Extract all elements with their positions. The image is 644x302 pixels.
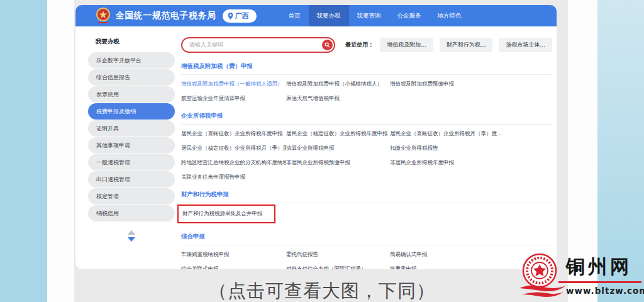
search-box: [181, 37, 335, 53]
watermark: 铜州网 www.bltzw.com: [518, 252, 643, 301]
section-title-comprehensive: 综合申报: [181, 233, 552, 245]
main-nav: 首页 我要办税 我要查询 公众服务 地方特色: [280, 5, 470, 26]
search-row: 最近使用： 增值税及附加... 财产和行为税... 涉税市场主体...: [181, 36, 552, 53]
link-air-transport-annual[interactable]: 航空运输企业年度清算申报: [181, 95, 286, 103]
sidebar-scroll-arrows: [88, 230, 175, 242]
nav-local-features[interactable]: 地方特色: [430, 5, 470, 26]
recent-button-vat[interactable]: 增值税及附加...: [380, 38, 433, 52]
highlight-red-box: 财产和行为税税源采集及合并申报: [177, 204, 275, 223]
sidebar-item-tax-credit[interactable]: 纳税信用: [88, 205, 175, 221]
sidebar-item-tax-declaration[interactable]: 税费申报及缴纳: [88, 103, 175, 120]
search-button[interactable]: [322, 40, 333, 50]
sidebar-title: 我要办税: [96, 38, 175, 46]
link-vehicle-purchase-tax[interactable]: 车辆购置税纳税申报: [181, 251, 286, 259]
search-icon: [325, 42, 330, 48]
section-links-comprehensive: 车辆购置税纳税申报 委托代征报告 简易确认式申报 综合关联式申报 对外支付综合办…: [181, 251, 552, 269]
link-liquidation-cit[interactable]: 清算企业所得税申报: [286, 145, 390, 152]
section-links-corporate-income-tax: 居民企业（查账征收）企业所得税年度申报 居民企业（核定征收）企业所得税年度申报 …: [181, 130, 552, 181]
sidebar-item-info-report[interactable]: 综合信息报告: [88, 69, 175, 86]
link-vat-general-taxpayer[interactable]: 增值税及附加税费申报（一般纳税人适用）: [181, 81, 286, 88]
link-vat-prepayment[interactable]: 增值税及附加税费预缴申报: [390, 81, 552, 88]
link-external-payment[interactable]: 对外支付综合办税（国际汇税通）: [286, 266, 390, 269]
link-resident-audit-quarterly[interactable]: 居民企业（查账征收）企业所得税月（季）度...: [390, 130, 552, 138]
watermark-site-name: 铜州网: [566, 254, 632, 280]
scroll-down-icon[interactable]: [128, 237, 135, 242]
location-selector[interactable]: 广西: [223, 9, 257, 23]
link-cross-region-branch-annual[interactable]: 跨地区经营汇总纳税企业的分支机构年度纳税...: [181, 159, 286, 167]
sidebar-item-assessment[interactable]: 核定管理: [88, 188, 175, 204]
seal-logo-icon: [518, 252, 567, 301]
link-entrusted-collection-report[interactable]: 委托代征报告: [286, 251, 390, 259]
section-title-corporate-income-tax: 企业所得税申报: [181, 112, 552, 125]
sidebar-item-certificate[interactable]: 证明开具: [88, 120, 175, 137]
page: 全国统一规范电子税务局 广西 首页 我要办税 我要查询 公众服务 地方特色 我要…: [0, 0, 644, 302]
recent-used-label: 最近使用：: [345, 41, 374, 49]
link-related-party-annual-report[interactable]: 关联业务往来年度报告申报: [181, 174, 286, 181]
section-title-property-behavior-tax: 财产和行为税申报: [181, 191, 552, 203]
link-nonresident-prepayment[interactable]: 非居民企业所得税预缴申报: [286, 159, 390, 167]
link-comprehensive-related[interactable]: 综合关联式申报: [181, 266, 286, 269]
section-links-vat: 增值税及附加税费申报（一般纳税人适用） 增值税及附加税费申报（小规模纳税人） 增…: [181, 81, 552, 103]
national-emblem-icon: [96, 8, 111, 24]
recent-button-property-tax[interactable]: 财产和行为税...: [440, 38, 493, 52]
scroll-up-icon[interactable]: [128, 230, 135, 235]
main-content: 最近使用： 增值税及附加... 财产和行为税... 涉税市场主体... 增值税及…: [181, 36, 552, 269]
sidebar-item-leqi-platform[interactable]: 乐企数字开放平台: [88, 52, 175, 69]
link-withholding-cit-report[interactable]: 扣缴企业所得税报告: [390, 145, 552, 152]
background-band-left-blue: [0, 0, 47, 302]
nav-public-service[interactable]: 公众服务: [389, 5, 430, 26]
sidebar-item-invoice-use[interactable]: 发票使用: [88, 86, 175, 103]
sidebar-item-other-matters[interactable]: 其他事项申请: [88, 137, 175, 154]
watermark-url: www.bltzw.com: [566, 286, 644, 296]
link-resident-audit-annual[interactable]: 居民企业（查账征收）企业所得税年度申报: [181, 130, 286, 138]
link-property-behavior-tax-collection[interactable]: 财产和行为税税源采集及合并申报: [182, 210, 263, 218]
nav-home[interactable]: 首页: [280, 5, 309, 26]
sidebar-item-general-refund[interactable]: 一般退税管理: [88, 154, 175, 171]
site-header: 全国统一规范电子税务局 广西 首页 我要办税 我要查询 公众服务 地方特色: [75, 5, 557, 26]
section-title-vat: 增值税及附加税（费）申报: [181, 62, 552, 75]
location-pin-icon: [228, 13, 233, 20]
site-title: 全国统一规范电子税务局: [116, 10, 216, 21]
link-resident-assessed-quarterly[interactable]: 居民企业（核定征收）企业所得税月（季）度...: [181, 145, 286, 152]
background-band-left-white: [47, 0, 74, 302]
link-resident-assessed-annual[interactable]: 居民企业（核定征收）企业所得税年度申报: [286, 130, 390, 138]
link-crude-oil-gas-vat[interactable]: 原油天然气增值税申报: [286, 95, 390, 103]
link-nonresident-annual[interactable]: 非居民企业所得税年度申报: [390, 159, 552, 167]
sidebar-item-export-refund[interactable]: 出口退税管理: [88, 171, 175, 187]
recent-button-market-entity[interactable]: 涉税市场主体...: [499, 38, 552, 52]
watermark-divider: [558, 281, 641, 283]
search-input[interactable]: [182, 42, 322, 48]
location-label: 广西: [235, 11, 249, 21]
link-vat-small-scale[interactable]: 增值税及附加税费申报（小规模纳税人）: [286, 81, 390, 88]
nav-inquiry[interactable]: 我要查询: [349, 5, 389, 26]
site-body: 我要办税 乐企数字开放平台 综合信息报告 发票使用 税费申报及缴纳 证明开具 其…: [75, 26, 557, 269]
sidebar: 我要办税 乐企数字开放平台 综合信息报告 发票使用 税费申报及缴纳 证明开具 其…: [88, 33, 175, 242]
nav-tax-handling[interactable]: 我要办税: [309, 5, 349, 26]
